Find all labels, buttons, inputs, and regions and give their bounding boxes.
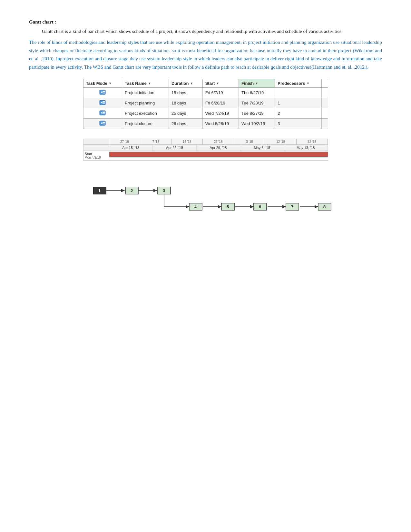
- table-row: Project initiation15 daysFri 6/7/19Thu 6…: [83, 88, 328, 98]
- date-tick-2: Apr 22, '18: [153, 145, 197, 151]
- dropdown-arrow-pred[interactable]: ▼: [307, 82, 310, 85]
- dropdown-arrow-finish[interactable]: ▼: [255, 82, 258, 85]
- svg-rect-11: [103, 123, 105, 124]
- svg-rect-5: [103, 103, 105, 104]
- cell-start: Wed 7/24/19: [202, 108, 239, 119]
- node-3: 3: [157, 187, 171, 194]
- cell-duration: 25 days: [169, 108, 202, 119]
- gantt-timeline: 27 '18 7 '18 16 '18 25 '18 3 '18 12 '18 …: [83, 139, 328, 161]
- ruler-tick-3: 16 '18: [171, 139, 203, 144]
- cell-task-mode: [83, 88, 122, 98]
- svg-rect-2: [103, 93, 105, 94]
- col-header-task-name[interactable]: Task Name ▼: [122, 79, 169, 88]
- intro-paragraph: Gantt chart is a kind of bar chart which…: [29, 27, 382, 35]
- ruler-tick-6: 12 '18: [265, 139, 297, 144]
- task-mode-icon: [99, 100, 106, 105]
- gantt-bar: [109, 152, 328, 157]
- cell-start: Fri 6/7/19: [202, 88, 239, 98]
- node-7: 7: [286, 203, 299, 211]
- dropdown-arrow-duration[interactable]: ▼: [190, 82, 193, 85]
- cell-finish: Wed 10/2/19: [239, 119, 275, 129]
- node-4: 4: [189, 203, 202, 211]
- gantt-table: Task Mode ▼ Task Name ▼ Duration ▼: [83, 79, 328, 129]
- ruler-tick-7: 22 '18: [297, 139, 328, 144]
- cell-task-mode: [83, 119, 122, 129]
- date-tick-5: May 13, '18: [284, 145, 328, 151]
- ruler-tick-5: 3 '18: [234, 139, 265, 144]
- cell-task-name: Project execution: [122, 108, 169, 119]
- gantt-chart-area: 27 '18 7 '18 16 '18 25 '18 3 '18 12 '18 …: [83, 139, 328, 161]
- cell-predecessors: 1: [275, 98, 321, 108]
- col-header-task-mode[interactable]: Task Mode ▼: [83, 79, 122, 88]
- task-mode-icon: [99, 110, 106, 115]
- dropdown-arrow-start[interactable]: ▼: [216, 82, 219, 85]
- node-6: 6: [253, 203, 267, 211]
- ruler-tick-2: 7 '18: [140, 139, 171, 144]
- svg-rect-10: [103, 122, 105, 123]
- body-paragraph: The role of kinds of methodologies and l…: [29, 38, 382, 71]
- cell-start: Wed 8/28/19: [202, 119, 239, 129]
- cell-extra: [321, 98, 328, 108]
- gantt-table-wrapper: Task Mode ▼ Task Name ▼ Duration ▼: [83, 79, 328, 129]
- cell-extra: [321, 108, 328, 119]
- ruler-tick-4: 25 '18: [203, 139, 234, 144]
- cell-predecessors: 2: [275, 108, 321, 119]
- node-1: 1: [93, 187, 106, 194]
- section-title: Gantt chart :: [29, 19, 382, 25]
- dropdown-arrow-name[interactable]: ▼: [148, 82, 151, 85]
- timeline-bar-area: [109, 151, 328, 158]
- ruler-row: 27 '18 7 '18 16 '18 25 '18 3 '18 12 '18 …: [83, 139, 328, 145]
- task-mode-icon: [99, 90, 106, 95]
- col-header-extra: [321, 79, 328, 88]
- cell-task-name: Project initiation: [122, 88, 169, 98]
- cell-task-mode: [83, 108, 122, 119]
- cell-predecessors: 3: [275, 119, 321, 129]
- dropdown-arrow-mode[interactable]: ▼: [109, 82, 112, 85]
- col-header-duration[interactable]: Duration ▼: [169, 79, 202, 88]
- ruler-ticks: 27 '18 7 '18 16 '18 25 '18 3 '18 12 '18 …: [109, 139, 328, 144]
- ruler-label-col: [83, 139, 109, 144]
- cell-extra: [321, 88, 328, 98]
- cell-task-mode: [83, 98, 122, 108]
- start-label: Start: [85, 152, 108, 156]
- node-8: 8: [318, 203, 331, 211]
- col-header-finish[interactable]: Finish ▼: [239, 79, 275, 88]
- col-header-start[interactable]: Start ▼: [202, 79, 239, 88]
- timeline-label-empty: [83, 145, 109, 151]
- timeline-row-label: Start Mon 4/9/18: [83, 151, 109, 160]
- timeline-dates: Apr 15, '18 Apr 22, '18 Apr 29, '18 May …: [109, 145, 328, 151]
- node-5: 5: [221, 203, 235, 211]
- svg-rect-1: [103, 91, 105, 92]
- network-arrows-svg: [83, 167, 328, 232]
- cell-duration: 18 days: [169, 98, 202, 108]
- ruler-tick-1: 27 '18: [109, 139, 141, 144]
- task-mode-icon: [99, 121, 106, 126]
- timeline-header: Apr 15, '18 Apr 22, '18 Apr 29, '18 May …: [83, 145, 328, 151]
- cell-finish: Thu 6/27/19: [239, 88, 275, 98]
- start-sublabel: Mon 4/9/18: [85, 156, 108, 159]
- timeline-start-row: Start Mon 4/9/18: [83, 151, 328, 161]
- col-header-predecessors[interactable]: Predecessors ▼: [275, 79, 321, 88]
- date-tick-1: Apr 15, '18: [109, 145, 153, 151]
- cell-extra: [321, 119, 328, 129]
- node-2: 2: [125, 187, 139, 194]
- cell-finish: Tue 8/27/19: [239, 108, 275, 119]
- cell-duration: 15 days: [169, 88, 202, 98]
- svg-rect-7: [103, 112, 105, 113]
- date-tick-3: Apr 29, '18: [197, 145, 240, 151]
- cell-start: Fri 6/28/19: [202, 98, 239, 108]
- network-diagram: 1 2 3 4 5 6 7 8: [83, 167, 328, 232]
- date-tick-4: May 6, '18: [240, 145, 284, 151]
- cell-finish: Tue 7/23/19: [239, 98, 275, 108]
- svg-rect-8: [103, 113, 105, 114]
- table-row: Project closure26 daysWed 8/28/19Wed 10/…: [83, 119, 328, 129]
- svg-rect-4: [103, 101, 105, 103]
- table-row: Project execution25 daysWed 7/24/19Tue 8…: [83, 108, 328, 119]
- cell-duration: 26 days: [169, 119, 202, 129]
- cell-task-name: Project closure: [122, 119, 169, 129]
- table-row: Project planning18 daysFri 6/28/19Tue 7/…: [83, 98, 328, 108]
- cell-task-name: Project planning: [122, 98, 169, 108]
- cell-predecessors: [275, 88, 321, 98]
